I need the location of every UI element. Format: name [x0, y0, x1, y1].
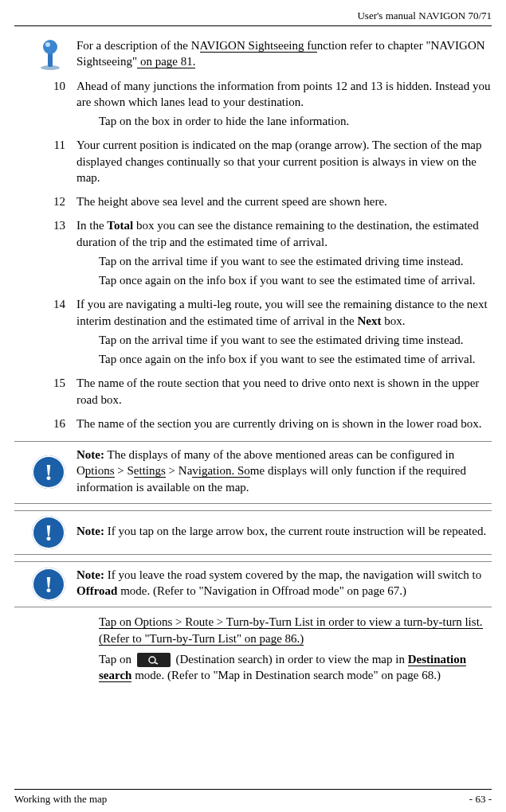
item-12-num: 12: [53, 193, 65, 209]
note-block-3: ! Note: If you leave the road system cov…: [14, 561, 492, 608]
note-2-text: Note: If you tap on the large arrow box,…: [76, 523, 492, 542]
item-16: 16 The name of the section you are curre…: [14, 416, 492, 435]
item-11-p1: Your current position is indicated on th…: [76, 137, 492, 185]
intro-row: For a description of the NAVIGON Sightse…: [14, 37, 492, 73]
item-13: 13 In the Total box you can see the dist…: [14, 217, 492, 291]
header-title: User's manual NAVIGON 70/71: [14, 8, 492, 25]
note-block-2: ! Note: If you tap on the large arrow bo…: [14, 510, 492, 555]
item-16-p1: The name of the section you are currentl…: [76, 416, 492, 431]
item-10-p1: Ahead of many junctions the information …: [76, 78, 492, 111]
item-13-p1: In the Total box you can see the distanc…: [76, 217, 492, 250]
info-pin-icon: [35, 37, 65, 71]
item-10-sub1: Tap on the box in order to hide the lane…: [99, 113, 492, 129]
item-11-num: 11: [54, 137, 65, 153]
footer-left: Working with the map: [14, 793, 107, 806]
item-13-sub2: Tap once again on the info box if you wa…: [99, 272, 492, 288]
note-icon: !: [32, 455, 65, 489]
item-13-sub1: Tap on the arrival time if you want to s…: [99, 253, 492, 269]
intro-p1a: For a description of the N: [76, 39, 200, 52]
svg-rect-1: [48, 53, 53, 67]
note-1-text: Note: The displays of many of the above …: [76, 447, 492, 498]
trail-1-text: Tap on Options > Route > Turn-by-Turn Li…: [99, 614, 492, 646]
svg-point-3: [45, 42, 50, 47]
footer-right: - 63 -: [469, 793, 492, 806]
svg-line-5: [155, 662, 158, 664]
item-14-sub1: Tap on the arrival time if you want to s…: [99, 332, 492, 348]
header-rule: [14, 25, 492, 26]
item-14-p1: If you are navigating a multi-leg route,…: [76, 296, 492, 329]
item-12: 12 The height above sea level and the cu…: [14, 193, 492, 213]
page: User's manual NAVIGON 70/71 For a descri…: [0, 0, 506, 812]
item-14: 14 If you are navigating a multi-leg rou…: [14, 296, 492, 370]
item-16-num: 16: [53, 416, 65, 431]
footer: Working with the map - 63 -: [14, 789, 492, 806]
intro-page: on page 81.: [137, 55, 195, 68]
item-15-num: 15: [53, 375, 65, 391]
note-block-1: ! Note: The displays of many of the abov…: [14, 441, 492, 504]
item-15: 15 The name of the route section that yo…: [14, 375, 492, 411]
note-3-text: Note: If you leave the road system cover…: [76, 567, 492, 603]
svg-point-4: [149, 657, 155, 663]
item-15-p1: The name of the route section that you n…: [76, 375, 492, 408]
item-14-sub2: Tap once again on the info box if you wa…: [99, 351, 492, 367]
footer-rule: [14, 789, 492, 790]
item-10: 10 Ahead of many junctions the informati…: [14, 78, 492, 133]
trail-2-text: Tap on (Destination search) in order to …: [99, 651, 492, 684]
item-14-num: 14: [53, 296, 65, 312]
trail-1: Tap on Options > Route > Turn-by-Turn Li…: [14, 614, 492, 686]
item-13-num: 13: [53, 217, 65, 233]
note-icon: !: [32, 568, 65, 601]
item-11: 11 Your current position is indicated on…: [14, 137, 492, 189]
intro-link: AVIGON Sightseeing fu: [200, 39, 317, 53]
intro-icon-gutter: [14, 37, 76, 71]
destination-search-icon: [137, 653, 171, 667]
item-12-p1: The height above sea level and the curre…: [76, 193, 492, 209]
svg-point-2: [43, 40, 57, 54]
intro-text: For a description of the NAVIGON Sightse…: [76, 37, 492, 73]
note-icon: !: [32, 516, 65, 549]
item-10-num: 10: [53, 78, 65, 94]
